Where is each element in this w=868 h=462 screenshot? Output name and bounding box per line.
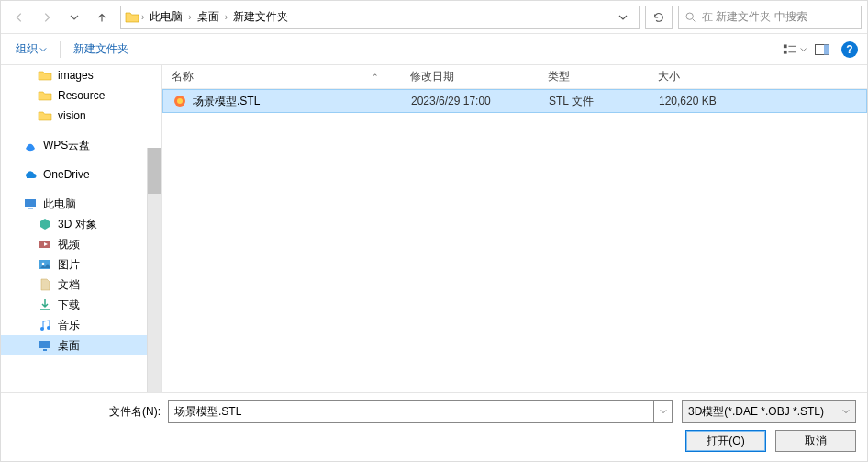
file-list[interactable]: 场景模型.STL2023/6/29 17:00STL 文件120,620 KB xyxy=(162,89,867,392)
search-input[interactable]: 在 新建文件夹 中搜索 xyxy=(678,6,862,29)
scrollbar-thumb[interactable] xyxy=(148,148,161,194)
tree-item-label: images xyxy=(58,69,94,82)
organize-menu[interactable]: 组织 xyxy=(10,38,52,61)
svg-point-11 xyxy=(47,326,50,330)
tree-item-label: 音乐 xyxy=(58,318,80,333)
col-header-type[interactable]: 类型 xyxy=(539,69,649,85)
svg-rect-12 xyxy=(39,341,50,348)
sort-caret-icon: ⌃ xyxy=(372,73,379,82)
address-bar-row: › 此电脑 › 桌面 › 新建文件夹 在 新建文件夹 中搜索 xyxy=(1,1,867,34)
breadcrumb: 此电脑 › 桌面 › 新建文件夹 xyxy=(144,7,618,27)
refresh-button[interactable] xyxy=(645,6,673,29)
folder-icon xyxy=(123,8,141,27)
col-header-date[interactable]: 修改日期 xyxy=(401,69,539,85)
music-icon xyxy=(38,318,52,332)
tree-item[interactable]: OneDrive xyxy=(1,164,161,185)
col-header-size[interactable]: 大小 xyxy=(649,69,867,85)
onedrive-icon xyxy=(23,167,38,182)
file-type: STL 文件 xyxy=(540,94,650,109)
view-options-button[interactable] xyxy=(783,39,807,60)
recent-dropdown-button[interactable] xyxy=(61,5,87,30)
svg-point-10 xyxy=(40,327,44,331)
svg-rect-5 xyxy=(25,199,36,207)
nav-forward-button[interactable] xyxy=(34,5,60,30)
tree-item-label: vision xyxy=(58,109,86,122)
address-dropdown-button[interactable] xyxy=(618,13,637,22)
tree-item[interactable]: 3D 对象 xyxy=(1,214,161,234)
stl-file-icon xyxy=(172,94,187,108)
breadcrumb-item[interactable]: 新建文件夹 xyxy=(228,7,294,27)
tree-item[interactable]: WPS云盘 xyxy=(1,135,161,155)
main-area: imagesResourcevisionWPS云盘OneDrive此电脑3D 对… xyxy=(1,65,867,393)
view-options-icon xyxy=(783,43,798,56)
tree-item[interactable]: 视频 xyxy=(1,234,161,254)
tree-item[interactable]: 此电脑 xyxy=(1,194,161,214)
filename-dropdown-button[interactable] xyxy=(654,400,673,423)
new-folder-button[interactable]: 新建文件夹 xyxy=(68,38,134,61)
tree-item-label: 桌面 xyxy=(58,338,80,354)
preview-pane-button[interactable] xyxy=(810,39,834,60)
cancel-button[interactable]: 取消 xyxy=(775,430,856,452)
tree-scrollbar[interactable] xyxy=(147,148,161,392)
arrow-left-icon xyxy=(13,11,26,24)
tree-item-label: 图片 xyxy=(58,257,80,273)
svg-rect-13 xyxy=(43,349,47,351)
svg-point-15 xyxy=(177,98,183,104)
filetype-select[interactable]: 3D模型(*.DAE *.OBJ *.STL) xyxy=(682,400,856,423)
folder-icon xyxy=(38,108,52,123)
folder-icon xyxy=(38,88,52,103)
tree-item-label: 下载 xyxy=(58,298,80,313)
breadcrumb-item[interactable]: 桌面 xyxy=(192,7,225,27)
tree-item[interactable]: vision xyxy=(1,106,161,126)
separator xyxy=(60,41,61,58)
svg-rect-4 xyxy=(824,44,829,54)
picture-icon xyxy=(38,257,52,272)
chevron-down-icon xyxy=(70,13,79,22)
tree-item[interactable]: Resource xyxy=(1,85,161,106)
thispc-icon xyxy=(23,197,38,211)
file-row[interactable]: 场景模型.STL2023/6/29 17:00STL 文件120,620 KB xyxy=(162,89,867,113)
tree-item[interactable]: 文档 xyxy=(1,275,161,295)
file-list-pane: 名称 ⌃ 修改日期 类型 大小 场景模型.STL2023/6/29 17:00S… xyxy=(161,65,867,392)
arrow-up-icon xyxy=(95,11,108,24)
breadcrumb-item[interactable]: 此电脑 xyxy=(144,7,188,27)
doc-icon xyxy=(38,277,52,292)
folder-icon xyxy=(38,68,52,83)
preview-pane-icon xyxy=(815,44,829,55)
tree-item-label: 文档 xyxy=(58,277,80,293)
tree-item[interactable]: 桌面 xyxy=(1,335,161,355)
filename-label: 文件名(N): xyxy=(12,404,168,420)
tree-item[interactable]: 下载 xyxy=(1,295,161,315)
desktop-icon xyxy=(38,338,52,353)
tree-item[interactable]: images xyxy=(1,65,161,85)
nav-back-button[interactable] xyxy=(6,5,32,30)
chevron-down-icon xyxy=(842,408,850,415)
tree-item-label: 视频 xyxy=(58,237,80,253)
wps-icon xyxy=(23,138,38,152)
organize-label: 组织 xyxy=(16,41,38,57)
filetype-value: 3D模型(*.DAE *.OBJ *.STL) xyxy=(688,404,824,420)
tree-item-label: WPS云盘 xyxy=(43,138,90,153)
new-folder-label: 新建文件夹 xyxy=(73,41,128,57)
tree-item[interactable]: 音乐 xyxy=(1,315,161,335)
filename-input[interactable] xyxy=(168,400,654,423)
file-date: 2023/6/29 17:00 xyxy=(402,95,540,107)
address-bar[interactable]: › 此电脑 › 桌面 › 新建文件夹 xyxy=(120,6,640,29)
open-button[interactable]: 打开(O) xyxy=(685,430,766,452)
chevron-down-icon xyxy=(618,13,628,22)
col-header-name[interactable]: 名称 ⌃ xyxy=(162,69,401,85)
svg-rect-1 xyxy=(784,44,787,48)
file-size: 120,620 KB xyxy=(650,95,866,107)
toolbar: 组织 新建文件夹 ? xyxy=(1,34,867,65)
svg-point-0 xyxy=(686,13,693,19)
tree-item-label: 3D 对象 xyxy=(58,217,97,232)
nav-up-button[interactable] xyxy=(89,5,115,30)
help-button[interactable]: ? xyxy=(841,41,858,58)
chevron-down-icon xyxy=(800,46,807,53)
video-icon xyxy=(38,237,52,252)
search-icon xyxy=(684,11,696,23)
tree-item-label: Resource xyxy=(58,89,105,102)
open-button-label: 打开(O) xyxy=(707,434,744,449)
navigation-tree[interactable]: imagesResourcevisionWPS云盘OneDrive此电脑3D 对… xyxy=(1,65,161,392)
tree-item[interactable]: 图片 xyxy=(1,254,161,275)
